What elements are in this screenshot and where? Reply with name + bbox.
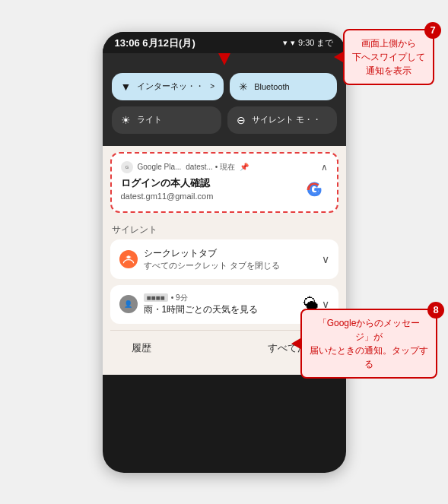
weather-user-avatar: 👤 bbox=[119, 295, 138, 313]
google-notif-app-name: Google Pla... bbox=[138, 163, 182, 171]
google-notif-title: ログインの本人確認 bbox=[121, 176, 294, 190]
history-button[interactable]: 履歴 bbox=[119, 337, 164, 360]
phone-frame: 13:06 6月12日(月) ▾ ▾ 9:30 まで ▼ インターネッ・・ > … bbox=[103, 32, 346, 473]
tiles-row-1: ▼ インターネッ・・ > ✳ Bluetooth bbox=[112, 73, 337, 100]
callout-7-line2: 下へスワイプして bbox=[352, 50, 425, 64]
status-bar: 13:06 6月12日(月) ▾ ▾ 9:30 まで bbox=[103, 32, 346, 53]
google-notification[interactable]: G Google Pla... datest... • 現在 📌 ∧ ログインの… bbox=[110, 152, 338, 213]
svg-rect-4 bbox=[126, 256, 131, 258]
status-icons: ▾ ▾ 9:30 まで bbox=[283, 37, 333, 49]
google-logo: G bbox=[300, 176, 328, 204]
svg-text:G: G bbox=[309, 183, 318, 196]
badge-8: 8 bbox=[427, 302, 444, 319]
tile-light[interactable]: ☀ ライト bbox=[112, 106, 221, 134]
wifi-tile-icon: ▼ bbox=[121, 81, 132, 93]
google-notif-app-info: G Google Pla... datest... • 現在 📌 bbox=[121, 161, 249, 173]
incognito-notification[interactable]: シークレットタブ すべてのシークレット タブを閉じる ∨ bbox=[110, 239, 338, 279]
status-until: 9:30 まで bbox=[298, 37, 333, 49]
light-tile-icon: ☀ bbox=[121, 114, 131, 126]
quick-tiles-area: ▼ インターネッ・・ > ✳ Bluetooth ☀ ライト ⊖ サイレント モ… bbox=[103, 67, 346, 146]
weather-time: • 9分 bbox=[171, 293, 188, 303]
google-notif-time: datest... • 現在 bbox=[186, 162, 235, 173]
silent-section-label: サイレント bbox=[110, 219, 338, 239]
tile-internet[interactable]: ▼ インターネッ・・ > bbox=[112, 73, 224, 100]
google-notif-expand[interactable]: ∧ bbox=[321, 162, 328, 173]
tile-silent-label: サイレント モ・・ bbox=[252, 114, 321, 125]
google-play-icon: G bbox=[121, 161, 133, 173]
callout-7-line1: 画面上側から bbox=[352, 36, 425, 50]
wifi-icon: ▾ bbox=[283, 38, 288, 48]
weather-notif-header: 👤 ■■■■ • 9分 雨・1時間ごとの天気を見る 🌦 ∨ bbox=[119, 293, 329, 316]
incognito-icon bbox=[119, 250, 138, 268]
tile-internet-label: インターネッ・・ bbox=[137, 81, 204, 92]
callout-7-line3: 通知を表示 bbox=[352, 64, 425, 78]
weather-user: ■■■■ bbox=[144, 293, 168, 302]
incognito-notif-header: シークレットタブ すべてのシークレット タブを閉じる ∨ bbox=[119, 247, 329, 271]
incognito-notif-text: シークレットタブ すべてのシークレット タブを閉じる bbox=[144, 247, 280, 271]
tile-internet-arrow: > bbox=[210, 82, 214, 90]
callout-8-line1: 「Googleからのメッセージ」が bbox=[310, 316, 428, 344]
status-time: 13:06 6月12日(月) bbox=[115, 36, 195, 50]
callout-8: 8 「Googleからのメッセージ」が 届いたときの通知。タップする bbox=[300, 309, 437, 379]
svg-text:G: G bbox=[125, 165, 129, 170]
badge-7: 7 bbox=[424, 22, 441, 39]
tile-bluetooth-label: Bluetooth bbox=[254, 82, 289, 91]
tile-bluetooth[interactable]: ✳ Bluetooth bbox=[230, 73, 336, 100]
tile-silent[interactable]: ⊖ サイレント モ・・ bbox=[227, 106, 337, 134]
incognito-subtitle: すべてのシークレット タブを閉じる bbox=[144, 260, 280, 271]
tiles-row-2: ☀ ライト ⊖ サイレント モ・・ bbox=[112, 106, 337, 134]
weather-title: 雨・1時間ごとの天気を見る bbox=[144, 303, 259, 316]
incognito-notif-left: シークレットタブ すべてのシークレット タブを閉じる bbox=[119, 247, 280, 271]
pin-icon: 📌 bbox=[240, 163, 249, 171]
callout-7: 7 画面上側から 下へスワイプして 通知を表示 bbox=[343, 29, 434, 85]
weather-notif-left: 👤 ■■■■ • 9分 雨・1時間ごとの天気を見る bbox=[119, 293, 259, 316]
google-notif-header: G Google Pla... datest... • 現在 📌 ∧ bbox=[121, 161, 328, 173]
outer-wrapper: 7 画面上側から 下へスワイプして 通知を表示 8 「Googleからのメッセー… bbox=[0, 0, 448, 504]
tile-light-label: ライト bbox=[137, 114, 162, 125]
swipe-down-arrow bbox=[218, 53, 230, 65]
weather-notif-text: ■■■■ • 9分 雨・1時間ごとの天気を見る bbox=[144, 293, 259, 316]
bluetooth-tile-icon: ✳ bbox=[239, 81, 248, 93]
google-notif-content: ログインの本人確認 datest.gm11@gmail.com G bbox=[121, 176, 328, 204]
callout-8-line2: 届いたときの通知。タップする bbox=[310, 344, 428, 371]
silent-tile-icon: ⊖ bbox=[237, 114, 246, 126]
google-notif-text: ログインの本人確認 datest.gm11@gmail.com bbox=[121, 176, 294, 201]
incognito-title: シークレットタブ bbox=[144, 247, 280, 260]
incognito-chevron[interactable]: ∨ bbox=[322, 253, 329, 265]
signal-icon: ▾ bbox=[291, 38, 295, 48]
google-notif-subtitle: datest.gm11@gmail.com bbox=[121, 192, 294, 201]
